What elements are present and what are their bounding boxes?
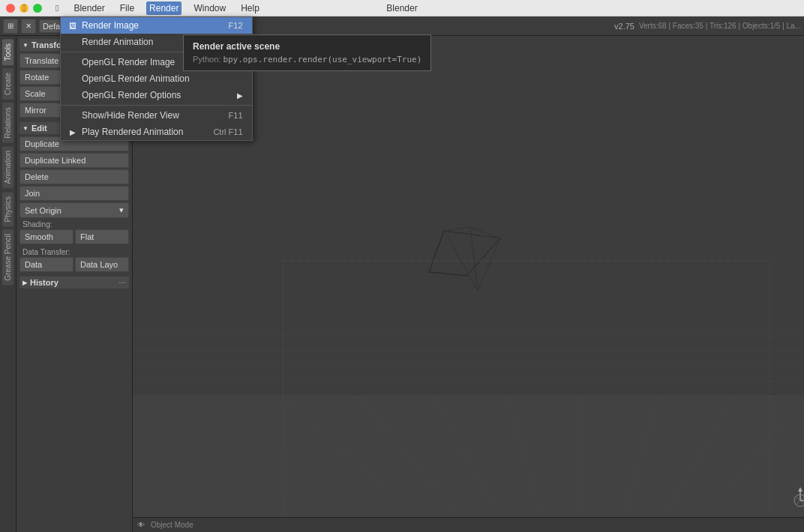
- menu-item-render-image[interactable]: 🖼 Render Image F12: [61, 17, 252, 34]
- opengl-anim-icon: [67, 73, 79, 85]
- tab-animation[interactable]: Animation: [2, 146, 14, 188]
- play-rendered-icon: ▶: [67, 126, 79, 138]
- show-hide-icon: [67, 109, 79, 121]
- menu-item-play-rendered[interactable]: ▶ Play Rendered Animation Ctrl F11: [61, 124, 252, 140]
- data-transfer-label: Data Transfer:: [20, 247, 129, 257]
- window-title: Blender: [386, 3, 417, 13]
- data-button[interactable]: Data: [20, 257, 74, 272]
- opengl-options-label: OpenGL Render Options: [82, 90, 181, 100]
- set-origin-arrow: ▾: [119, 205, 124, 215]
- menu-apple[interactable]: : [52, 1, 62, 15]
- tooltip-python-label: Python:: [193, 55, 220, 64]
- join-button[interactable]: Join: [20, 186, 129, 201]
- tooltip-popup: Render active scene Python: bpy.ops.rend…: [183, 34, 431, 71]
- tab-physics[interactable]: Physics: [2, 192, 14, 226]
- tooltip-python: Python: bpy.ops.render.render(use_viewpo…: [193, 55, 422, 64]
- history-section: ▶ History ⋯: [20, 276, 129, 288]
- menu-file[interactable]: File: [117, 1, 137, 15]
- viewport-mode-icon[interactable]: 👁: [137, 521, 145, 529]
- opengl-anim-label: OpenGL Render Animation: [82, 73, 190, 84]
- tooltip-python-code: bpy.ops.render.render(use_viewport=True): [223, 55, 422, 64]
- delete-button[interactable]: Delete: [20, 169, 129, 184]
- viewport-bottom-bar: 👁 Object Mode: [133, 517, 804, 532]
- close-button[interactable]: [6, 4, 15, 13]
- left-sidebar-tabs: Tools Create Relations Animation Physics…: [0, 36, 16, 532]
- menu-render[interactable]: Render: [146, 1, 182, 15]
- blender-version: v2.75: [614, 22, 634, 31]
- play-rendered-label: Play Rendered Animation: [82, 127, 183, 137]
- titlebar:   Blender File Render Window Help Blen…: [0, 0, 804, 16]
- history-title: History: [30, 278, 58, 287]
- history-icon: ⋯: [118, 279, 126, 287]
- svg-marker-18: [133, 396, 804, 532]
- render-image-shortcut: F12: [229, 21, 243, 30]
- app-menubar:  Blender File Render Window Help: [52, 1, 262, 15]
- viewport-info: Object Mode: [151, 521, 194, 529]
- render-anim-icon: [67, 36, 79, 48]
- shading-buttons: Smooth Flat: [20, 229, 129, 246]
- edit-section: ▼ Edit Duplicate Duplicate Linked Delete…: [20, 122, 129, 273]
- shading-label: Shading:: [20, 220, 129, 229]
- show-hide-label: Show/Hide Render View: [82, 110, 179, 121]
- history-section-header[interactable]: ▶ History ⋯: [20, 276, 129, 288]
- render-anim-label: Render Animation: [82, 37, 153, 47]
- apple-logo: : [22, 2, 26, 13]
- tab-tools[interactable]: Tools: [2, 39, 14, 65]
- tab-grease-pencil[interactable]: Grease Pencil: [2, 229, 14, 285]
- maximize-button[interactable]: [33, 4, 42, 13]
- set-origin-button[interactable]: Set Origin ▾: [20, 202, 129, 218]
- layout-x-icon[interactable]: ✕: [21, 19, 36, 34]
- menu-item-show-hide[interactable]: Show/Hide Render View F11: [61, 107, 252, 124]
- menu-sep-2: [61, 105, 252, 106]
- layout-icon[interactable]: ⊞: [3, 19, 18, 34]
- opengl-options-icon: [67, 89, 79, 101]
- tab-create[interactable]: Create: [2, 68, 14, 100]
- flat-button[interactable]: Flat: [75, 229, 129, 244]
- menu-help[interactable]: Help: [238, 1, 262, 15]
- stats-display: Verts:68 | Faces:35 | Tris:126 | Objects…: [639, 22, 801, 30]
- tooltip-title: Render active scene: [193, 41, 422, 52]
- data-transfer-buttons: Data Data Layo: [20, 257, 129, 273]
- menu-item-opengl-options[interactable]: OpenGL Render Options ▶: [61, 87, 252, 103]
- history-arrow: ▶: [22, 279, 27, 286]
- menu-blender[interactable]: Blender: [70, 1, 107, 15]
- render-image-label: Render Image: [82, 20, 139, 31]
- tab-relations[interactable]: Relations: [2, 103, 14, 143]
- duplicate-linked-button[interactable]: Duplicate Linked: [20, 153, 129, 168]
- menu-window[interactable]: Window: [190, 1, 229, 15]
- opengl-image-label: OpenGL Render Image: [82, 57, 175, 67]
- transform-arrow: ▼: [22, 42, 28, 49]
- show-hide-shortcut: F11: [229, 111, 243, 120]
- render-image-icon: 🖼: [67, 19, 79, 31]
- edit-title: Edit: [32, 124, 47, 133]
- opengl-options-arrow: ▶: [237, 91, 243, 100]
- data-layout-button[interactable]: Data Layo: [75, 257, 129, 272]
- opengl-image-icon: [67, 56, 79, 68]
- play-rendered-shortcut: Ctrl F11: [213, 127, 242, 136]
- smooth-button[interactable]: Smooth: [20, 229, 74, 244]
- edit-arrow: ▼: [22, 125, 28, 132]
- menu-item-opengl-animation[interactable]: OpenGL Render Animation: [61, 70, 252, 87]
- set-origin-label: Set Origin: [25, 206, 62, 215]
